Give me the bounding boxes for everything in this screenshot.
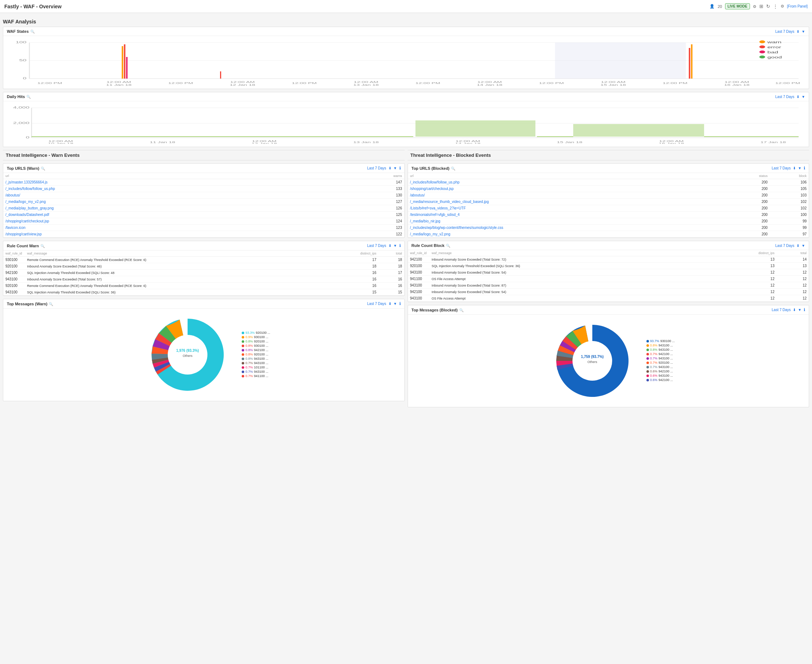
daily-hits-filter-icon[interactable]: ▼ bbox=[802, 95, 805, 99]
waf-states-timerange[interactable]: Last 7 Days bbox=[775, 29, 794, 34]
waf-states-filter-icon[interactable]: ▼ bbox=[802, 29, 805, 34]
top-urls-warn-timerange[interactable]: Last 7 Days bbox=[367, 166, 386, 170]
rule-count-warn-search-icon[interactable] bbox=[41, 244, 45, 248]
live-mode-badge[interactable]: LIVE MODE bbox=[725, 3, 750, 10]
top-messages-blocked-title: Top Messages (Blocked) bbox=[412, 308, 463, 312]
table-row: /_downloads/Datasheet.pdf125 bbox=[3, 212, 404, 218]
message-cell: Remote Commend Execution (RCE) Anomaly T… bbox=[25, 283, 328, 289]
top-urls-blocked-filter-icon[interactable]: ▼ bbox=[798, 166, 802, 170]
svg-text:11 Jan 18: 11 Jan 18 bbox=[150, 140, 175, 143]
message-cell: OS File Access Attempt bbox=[430, 276, 714, 282]
top-messages-warn-download-icon[interactable]: ⬇ bbox=[388, 302, 391, 306]
top-messages-warn-timerange[interactable]: Last 7 Days bbox=[367, 302, 386, 306]
col-status-blocked-header: status bbox=[727, 173, 770, 179]
rule-count-warn-timerange[interactable]: Last 7 Days bbox=[367, 244, 386, 247]
message-cell: Inbound Anomaly Score Exceeded (Total Sc… bbox=[430, 282, 714, 289]
message-cell: Inbound Anomaly Score Exceeded (Total Sc… bbox=[430, 256, 714, 263]
col-total-warn-header: total bbox=[378, 251, 404, 257]
table-row: /favicon.icon123 bbox=[3, 225, 404, 231]
rule-count-block-download-icon[interactable]: ⬇ bbox=[796, 244, 799, 247]
top-messages-blocked-info-icon[interactable] bbox=[804, 308, 805, 312]
refresh-icon[interactable] bbox=[766, 3, 770, 9]
waf-states-search-icon[interactable] bbox=[30, 29, 34, 34]
rule-count-warn-filter-icon[interactable]: ▼ bbox=[393, 244, 397, 247]
distinct-cell: 16 bbox=[328, 276, 378, 283]
top-messages-warn-body: 1,976 (93.3%) Others 93.3% 920100 ...0.9… bbox=[3, 309, 404, 401]
warn-pie-legend: 93.3% 920100 ...0.9% 930100 ...0.8% 9201… bbox=[242, 331, 270, 379]
svg-text:13 Jan 18: 13 Jan 18 bbox=[353, 140, 379, 143]
warns-cell: 126 bbox=[326, 205, 404, 212]
svg-text:1,759 (93.7%): 1,759 (93.7%) bbox=[581, 355, 604, 359]
svg-text:0: 0 bbox=[23, 76, 26, 80]
waf-states-svg: 100 50 0 bbox=[6, 39, 806, 86]
top-messages-warn-filter-icon[interactable]: ▼ bbox=[393, 302, 397, 306]
table-row: /aboutus/130 bbox=[3, 192, 404, 199]
svg-text:17 Jan 18: 17 Jan 18 bbox=[760, 140, 786, 143]
table-row: /_media/play_button_gray.png126 bbox=[3, 205, 404, 212]
rule-count-block-search-icon[interactable] bbox=[446, 243, 450, 247]
top-messages-warn-info-icon[interactable] bbox=[399, 301, 401, 306]
legend-item: 0.6% 942100 ... bbox=[646, 369, 675, 373]
warns-cell: 133 bbox=[326, 186, 404, 192]
rule-count-block-timerange[interactable]: Last 7 Days bbox=[775, 244, 794, 247]
svg-text:10 Jan 18: 10 Jan 18 bbox=[48, 142, 73, 144]
top-urls-warn-filter-icon[interactable]: ▼ bbox=[393, 166, 397, 170]
more-options-icon[interactable] bbox=[773, 3, 778, 9]
total-cell: 12 bbox=[777, 269, 809, 276]
top-urls-warn-info-icon[interactable] bbox=[399, 166, 401, 171]
legend-item: 0.7% 943100 ... bbox=[242, 361, 270, 365]
filter-icon[interactable] bbox=[753, 3, 757, 9]
svg-text:4,000: 4,000 bbox=[13, 106, 29, 109]
top-urls-blocked-search-icon[interactable] bbox=[451, 166, 455, 171]
top-urls-blocked-timerange[interactable]: Last 7 Days bbox=[771, 166, 791, 170]
total-cell: 13 bbox=[777, 263, 809, 269]
col-total-block-header: total bbox=[777, 250, 809, 256]
rule-count-warn-info-icon[interactable] bbox=[399, 243, 401, 248]
top-messages-blocked-timerange[interactable]: Last 7 Days bbox=[771, 308, 791, 312]
top-urls-blocked-info-icon[interactable] bbox=[804, 166, 805, 171]
top-messages-blocked-filter-icon[interactable]: ▼ bbox=[798, 308, 802, 312]
svg-text:16 Jan 18: 16 Jan 18 bbox=[659, 142, 684, 144]
blocks-cell: 100 bbox=[770, 212, 809, 218]
settings-icon[interactable]: ⚙ bbox=[781, 4, 784, 9]
top-messages-blocked-download-icon[interactable]: ⬇ bbox=[793, 308, 796, 312]
blocks-cell: 102 bbox=[770, 205, 809, 212]
waf-states-download-icon[interactable]: ⬇ bbox=[796, 29, 799, 34]
rule-count-block-panel: Rule Count Block Last 7 Days ⬇ ▼ waf_rul… bbox=[408, 241, 809, 302]
top-urls-warn-header: Top URLS (Warn) Last 7 Days ⬇ ▼ bbox=[3, 164, 404, 173]
legend-item: 0.7% 920100 ... bbox=[646, 361, 675, 365]
svg-text:12:00 PM: 12:00 PM bbox=[775, 81, 800, 85]
col-url-header: url bbox=[3, 173, 326, 179]
rule-count-block-filter-icon[interactable]: ▼ bbox=[802, 244, 805, 247]
url-cell: /testimonials#ref=vfgb_sdisd_4 bbox=[408, 212, 727, 218]
svg-text:12 Jan 18: 12 Jan 18 bbox=[230, 83, 255, 86]
svg-text:100: 100 bbox=[16, 41, 26, 44]
top-messages-warn-search-icon[interactable] bbox=[49, 302, 53, 306]
table-row: /_js/master.1332956664.js147 bbox=[3, 179, 404, 186]
top-messages-blocked-search-icon[interactable] bbox=[459, 308, 463, 312]
warns-cell: 123 bbox=[326, 225, 404, 231]
daily-hits-search-icon[interactable] bbox=[26, 94, 31, 99]
warn-events-title: Threat Intelligence - Warn Events bbox=[3, 150, 405, 160]
top-urls-warn-download-icon[interactable]: ⬇ bbox=[388, 166, 391, 170]
col-url-blocked-header: url bbox=[408, 173, 727, 179]
url-cell: /_media/play_button_gray.png bbox=[3, 205, 326, 212]
table-row: 920100Inbound Anomaly Score Exceeded (To… bbox=[3, 263, 404, 270]
rule-cell: 943100 bbox=[408, 269, 430, 276]
top-urls-warn-search-icon[interactable] bbox=[41, 166, 45, 171]
clone-icon[interactable]: ⊞ bbox=[759, 3, 763, 9]
warns-cell: 124 bbox=[326, 218, 404, 225]
daily-hits-header: Daily Hits Last 7 Days ⬇ ▼ bbox=[3, 92, 809, 101]
url-cell: /_js/master.1332956664.js bbox=[3, 179, 326, 186]
legend-item: 0.8% 920100 ... bbox=[242, 353, 270, 356]
total-cell: 15 bbox=[378, 289, 404, 296]
legend-item: 93.7% 930100 ... bbox=[646, 339, 675, 343]
top-urls-blocked-body: url status block /_includes/follow/follo… bbox=[408, 173, 809, 238]
svg-text:12:00 PM: 12:00 PM bbox=[37, 81, 62, 85]
svg-text:15 Jan 18: 15 Jan 18 bbox=[601, 83, 626, 86]
daily-hits-timerange[interactable]: Last 7 Days bbox=[775, 95, 794, 99]
rule-count-warn-download-icon[interactable]: ⬇ bbox=[388, 244, 391, 247]
daily-hits-download-icon[interactable]: ⬇ bbox=[796, 95, 799, 99]
threat-intelligence-section: Threat Intelligence - Warn Events Top UR… bbox=[3, 150, 809, 410]
top-urls-blocked-download-icon[interactable]: ⬇ bbox=[793, 166, 796, 170]
